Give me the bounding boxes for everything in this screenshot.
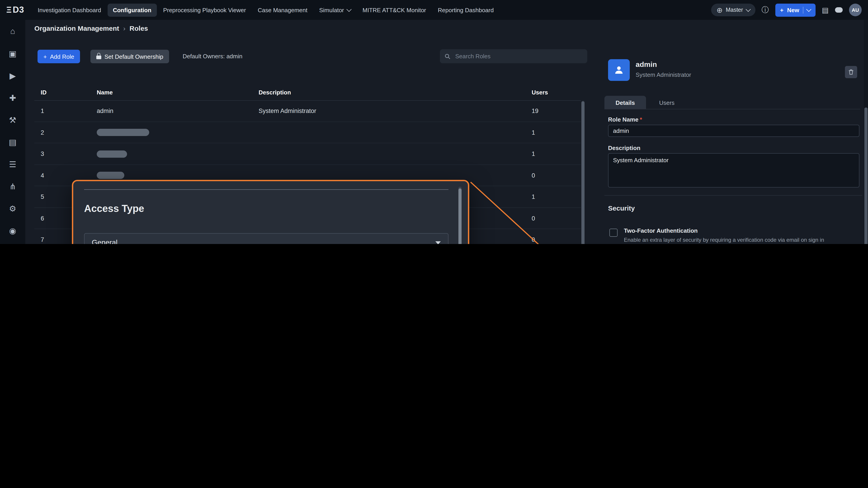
nav-simulator[interactable]: Simulator	[314, 3, 356, 17]
delete-role-button[interactable]	[845, 66, 857, 78]
puzzle-icon[interactable]: ✚	[6, 92, 19, 104]
database-icon[interactable]: ☰	[6, 158, 19, 170]
popup-access-type-heading: Access Type	[84, 203, 144, 215]
nav-case-management[interactable]: Case Management	[252, 3, 313, 17]
network-icon[interactable]: ⋔	[6, 180, 19, 193]
nav-label: Simulator	[319, 6, 344, 13]
column-header-users[interactable]: Users	[532, 85, 548, 100]
info-icon[interactable]: ⓘ	[762, 5, 769, 15]
table-row[interactable]: 21	[34, 122, 581, 143]
home-icon[interactable]: ⌂	[6, 25, 19, 37]
breadcrumb: Organization Management › Roles	[25, 20, 868, 36]
role-avatar	[608, 59, 630, 81]
redacted-pill	[97, 172, 124, 179]
document-icon[interactable]: ▤	[822, 6, 829, 14]
breadcrumb-page: Roles	[129, 24, 148, 32]
app-logo-text: D3	[13, 5, 24, 15]
nav-reporting-dashboard[interactable]: Reporting Dashboard	[432, 3, 499, 17]
calendar-check-icon[interactable]: ▣	[6, 47, 19, 60]
redacted-pill	[97, 151, 127, 158]
gear-icon[interactable]: ⚙	[6, 202, 19, 215]
description-label: Description	[608, 144, 640, 151]
search-box[interactable]	[440, 49, 587, 63]
nav-label: MITRE ATT&CK Monitor	[363, 6, 426, 13]
row-name: admin	[97, 100, 114, 122]
nav-label: Reporting Dashboard	[438, 6, 494, 13]
tab-divider	[604, 109, 860, 109]
row-users: 1	[532, 186, 535, 207]
add-role-button[interactable]: + Add Role	[37, 50, 80, 63]
security-heading: Security	[608, 204, 635, 212]
row-id: 2	[41, 122, 44, 143]
two-factor-description: Enable an extra layer of security by req…	[624, 237, 824, 243]
row-id: 7	[41, 229, 44, 244]
row-description: System Administrator	[258, 100, 316, 122]
top-navigation-bar: Ξ D3 Investigation DashboardConfiguratio…	[0, 0, 868, 20]
new-button-label: New	[787, 6, 799, 13]
role-name-label-text: Role Name	[608, 116, 638, 123]
tools-icon[interactable]: ⚒	[6, 114, 19, 126]
table-row[interactable]: 31	[34, 143, 581, 165]
nav-label: Case Management	[258, 6, 307, 13]
role-name-input[interactable]	[608, 125, 860, 137]
window-scrollbar-thumb[interactable]	[864, 107, 868, 244]
set-ownership-label: Set Default Ownership	[104, 53, 163, 60]
radar-icon[interactable]: ◉	[6, 225, 19, 237]
tab-users[interactable]: Users	[646, 96, 688, 109]
lock-icon	[96, 56, 101, 59]
table-header: ID Name Description Users	[34, 85, 581, 101]
description-textarea[interactable]: System Administrator	[608, 153, 860, 188]
left-icon-sidebar: ⌂▣▶✚⚒▤☰⋔⚙◉◔⚠⚡◎⧉⚙	[0, 20, 25, 244]
required-mark: *	[640, 116, 642, 123]
nav-mitre-att-ck-monitor[interactable]: MITRE ATT&CK Monitor	[357, 3, 432, 17]
table-row[interactable]: 1adminSystem Administrator19	[34, 100, 581, 122]
chevron-down-icon	[435, 241, 441, 244]
nav-preprocessing-playbook-viewer[interactable]: Preprocessing Playbook Viewer	[158, 3, 252, 17]
search-input[interactable]	[454, 53, 583, 60]
row-id: 4	[41, 165, 44, 186]
master-label: Master	[726, 7, 743, 13]
topbar-right-cluster: ⊕ Master ⓘ + New ▤ AU	[711, 3, 862, 17]
plus-icon: +	[780, 6, 783, 13]
app-logo[interactable]: Ξ D3	[6, 5, 24, 15]
user-avatar[interactable]: AU	[849, 4, 862, 16]
redacted-pill	[97, 129, 149, 136]
row-users: 19	[532, 100, 538, 122]
nav-investigation-dashboard[interactable]: Investigation Dashboard	[32, 3, 106, 17]
new-button[interactable]: + New	[775, 3, 815, 17]
chat-icon[interactable]	[835, 7, 843, 13]
nav-configuration[interactable]: Configuration	[107, 3, 157, 17]
d3-logo-icon: Ξ	[6, 5, 12, 15]
panel-subtitle: System Administrator	[636, 71, 691, 78]
popup-access-type-value: General	[92, 238, 118, 244]
add-role-label: Add Role	[50, 53, 74, 60]
app-window: Ξ D3 Investigation DashboardConfiguratio…	[0, 0, 868, 244]
breadcrumb-section[interactable]: Organization Management	[34, 24, 119, 32]
row-users: 1	[532, 143, 535, 165]
section-divider	[604, 195, 862, 196]
column-header-name[interactable]: Name	[97, 85, 113, 100]
chevron-down-icon	[745, 7, 751, 12]
default-owners-text: Default Owners: admin	[183, 53, 242, 60]
row-id: 1	[41, 100, 44, 122]
set-default-ownership-button[interactable]: Set Default Ownership	[90, 50, 169, 63]
calendar-icon[interactable]: ▤	[6, 136, 19, 148]
search-icon	[444, 53, 451, 59]
video-play-icon[interactable]: ▶	[6, 70, 19, 82]
row-users: 0	[532, 229, 535, 244]
two-factor-checkbox[interactable]	[610, 229, 618, 237]
zoom-callout-popup: Access Type General ✓ Administrator Addi…	[72, 180, 469, 244]
popup-divider	[84, 189, 448, 190]
popup-access-type-select[interactable]: General	[84, 233, 448, 244]
tab-details[interactable]: Details	[604, 96, 646, 109]
table-scrollbar-thumb[interactable]	[581, 101, 585, 244]
row-id: 6	[41, 207, 44, 229]
trash-icon	[848, 69, 855, 75]
popup-scrollbar-thumb[interactable]	[458, 188, 462, 244]
chevron-down-icon[interactable]	[806, 7, 811, 12]
nav-label: Investigation Dashboard	[38, 6, 101, 13]
column-header-description[interactable]: Description	[258, 85, 291, 100]
globe-icon: ⊕	[717, 6, 723, 14]
master-environment-dropdown[interactable]: ⊕ Master	[711, 4, 755, 16]
column-header-id[interactable]: ID	[41, 85, 46, 100]
